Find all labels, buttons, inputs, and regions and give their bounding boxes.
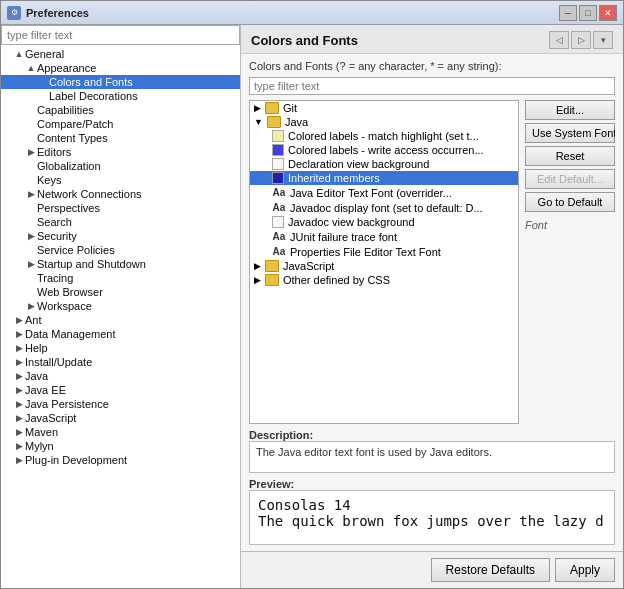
list-item-declaration-bg[interactable]: Declaration view background bbox=[250, 157, 518, 171]
list-item-java-editor-font[interactable]: Aa Java Editor Text Font (overrider... bbox=[250, 185, 518, 200]
tree-container[interactable]: ▲ General ▲ Appearance Colors and Fonts … bbox=[1, 45, 240, 588]
arrow-icon: ▶ bbox=[13, 314, 25, 326]
folder-icon bbox=[265, 260, 279, 272]
arrow-icon: ▶ bbox=[25, 146, 37, 158]
use-system-font-button[interactable]: Use System Font bbox=[525, 123, 615, 143]
tree-item-tracing[interactable]: Tracing bbox=[1, 271, 240, 285]
tree-item-java-ee[interactable]: ▶ Java EE bbox=[1, 383, 240, 397]
edit-button[interactable]: Edit... bbox=[525, 100, 615, 120]
arrow-spacer bbox=[37, 76, 49, 88]
right-title: Colors and Fonts bbox=[251, 33, 358, 48]
list-item-javascript[interactable]: ▶ JavaScript bbox=[250, 259, 518, 273]
back-button[interactable]: ◁ bbox=[549, 31, 569, 49]
list-item-colored-match[interactable]: Colored labels - match highlight (set t.… bbox=[250, 129, 518, 143]
forward-button[interactable]: ▷ bbox=[571, 31, 591, 49]
arrow-icon: ▶ bbox=[13, 342, 25, 354]
color-swatch bbox=[272, 144, 284, 156]
tree-item-service-policies[interactable]: Service Policies bbox=[1, 243, 240, 257]
tree-item-editors[interactable]: ▶ Editors bbox=[1, 145, 240, 159]
dropdown-button[interactable]: ▾ bbox=[593, 31, 613, 49]
main-content: ▲ General ▲ Appearance Colors and Fonts … bbox=[1, 25, 623, 588]
list-item-junit-font[interactable]: Aa JUnit failure trace font bbox=[250, 229, 518, 244]
arrow-icon: ▶ bbox=[13, 356, 25, 368]
description-label: Description: bbox=[249, 429, 615, 441]
tree-item-java-persistence[interactable]: ▶ Java Persistence bbox=[1, 397, 240, 411]
arrow-spacer bbox=[25, 132, 37, 144]
color-swatch bbox=[272, 158, 284, 170]
tree-item-plugin-dev[interactable]: ▶ Plug-in Development bbox=[1, 453, 240, 467]
tree-item-search[interactable]: Search bbox=[1, 215, 240, 229]
description-text: The Java editor text font is used by Jav… bbox=[256, 446, 492, 458]
tree-item-mylyn[interactable]: ▶ Mylyn bbox=[1, 439, 240, 453]
fonts-colors-list[interactable]: ▶ Git ▼ Java Colored labels - matc bbox=[249, 100, 519, 424]
list-item-inherited-members[interactable]: Inherited members bbox=[250, 171, 518, 185]
arrow-spacer bbox=[25, 244, 37, 256]
tree-item-content-types[interactable]: Content Types bbox=[1, 131, 240, 145]
close-button[interactable]: ✕ bbox=[599, 5, 617, 21]
expand-icon: ▼ bbox=[254, 117, 263, 127]
tree-item-compare-patch[interactable]: Compare/Patch bbox=[1, 117, 240, 131]
tree-item-appearance[interactable]: ▲ Appearance bbox=[1, 61, 240, 75]
go-to-default-button[interactable]: Go to Default bbox=[525, 192, 615, 212]
right-filter-input[interactable] bbox=[249, 77, 615, 95]
tree-item-perspectives[interactable]: Perspectives bbox=[1, 201, 240, 215]
description-box: The Java editor text font is used by Jav… bbox=[249, 441, 615, 473]
color-swatch bbox=[272, 130, 284, 142]
tree-item-javascript[interactable]: ▶ JavaScript bbox=[1, 411, 240, 425]
description-section: Description: The Java editor text font i… bbox=[249, 429, 615, 473]
tree-item-web-browser[interactable]: Web Browser bbox=[1, 285, 240, 299]
tree-item-workspace[interactable]: ▶ Workspace bbox=[1, 299, 240, 313]
restore-defaults-button[interactable]: Restore Defaults bbox=[431, 558, 550, 582]
tree-item-startup-shutdown[interactable]: ▶ Startup and Shutdown bbox=[1, 257, 240, 271]
list-item-javadoc-view-bg[interactable]: Javadoc view background bbox=[250, 215, 518, 229]
arrow-spacer bbox=[25, 104, 37, 116]
font-icon: Aa bbox=[272, 245, 286, 258]
tree-item-maven[interactable]: ▶ Maven bbox=[1, 425, 240, 439]
list-item-other-css[interactable]: ▶ Other defined by CSS bbox=[250, 273, 518, 287]
folder-icon bbox=[265, 274, 279, 286]
tree-item-ant[interactable]: ▶ Ant bbox=[1, 313, 240, 327]
tree-item-colors-fonts[interactable]: Colors and Fonts bbox=[1, 75, 240, 89]
arrow-icon: ▶ bbox=[13, 412, 25, 424]
arrow-icon: ▶ bbox=[13, 328, 25, 340]
reset-button[interactable]: Reset bbox=[525, 146, 615, 166]
window-title: Preferences bbox=[26, 7, 89, 19]
list-item-colored-write[interactable]: Colored labels - write access occurren..… bbox=[250, 143, 518, 157]
maximize-button[interactable]: □ bbox=[579, 5, 597, 21]
preview-box: Consolas 14 The quick brown fox jumps ov… bbox=[249, 490, 615, 545]
arrow-icon: ▶ bbox=[25, 188, 37, 200]
arrow-icon: ▲ bbox=[13, 48, 25, 60]
tree-item-capabilities[interactable]: Capabilities bbox=[1, 103, 240, 117]
edit-default-button[interactable]: Edit Default... bbox=[525, 169, 615, 189]
arrow-icon: ▶ bbox=[13, 398, 25, 410]
list-item-javadoc-display[interactable]: Aa Javadoc display font (set to default:… bbox=[250, 200, 518, 215]
action-buttons: Edit... Use System Font Reset Edit Defau… bbox=[525, 100, 615, 424]
minimize-button[interactable]: ─ bbox=[559, 5, 577, 21]
tree-item-install-update[interactable]: ▶ Install/Update bbox=[1, 355, 240, 369]
left-panel: ▲ General ▲ Appearance Colors and Fonts … bbox=[1, 25, 241, 588]
tree-item-keys[interactable]: Keys bbox=[1, 173, 240, 187]
list-item-properties-font[interactable]: Aa Properties File Editor Text Font bbox=[250, 244, 518, 259]
list-item-git[interactable]: ▶ Git bbox=[250, 101, 518, 115]
tree-item-security[interactable]: ▶ Security bbox=[1, 229, 240, 243]
preferences-window: ⚙ Preferences ─ □ ✕ ▲ General ▲ Appearan… bbox=[0, 0, 624, 589]
apply-button[interactable]: Apply bbox=[555, 558, 615, 582]
window-controls: ─ □ ✕ bbox=[559, 5, 617, 21]
list-item-java[interactable]: ▼ Java bbox=[250, 115, 518, 129]
tree-item-data-management[interactable]: ▶ Data Management bbox=[1, 327, 240, 341]
font-label: Font bbox=[525, 219, 615, 231]
color-swatch bbox=[272, 216, 284, 228]
left-filter-input[interactable] bbox=[1, 25, 240, 45]
right-body: Colors and Fonts (? = any character, * =… bbox=[241, 54, 623, 551]
tree-item-general[interactable]: ▲ General bbox=[1, 47, 240, 61]
tree-item-globalization[interactable]: Globalization bbox=[1, 159, 240, 173]
tree-item-network-connections[interactable]: ▶ Network Connections bbox=[1, 187, 240, 201]
expand-icon: ▶ bbox=[254, 103, 261, 113]
content-area: ▶ Git ▼ Java Colored labels - matc bbox=[249, 100, 615, 424]
color-swatch bbox=[272, 172, 284, 184]
tree-item-java[interactable]: ▶ Java bbox=[1, 369, 240, 383]
tree-item-label-decorations[interactable]: Label Decorations bbox=[1, 89, 240, 103]
arrow-spacer bbox=[25, 160, 37, 172]
arrow-spacer bbox=[25, 216, 37, 228]
tree-item-help[interactable]: ▶ Help bbox=[1, 341, 240, 355]
